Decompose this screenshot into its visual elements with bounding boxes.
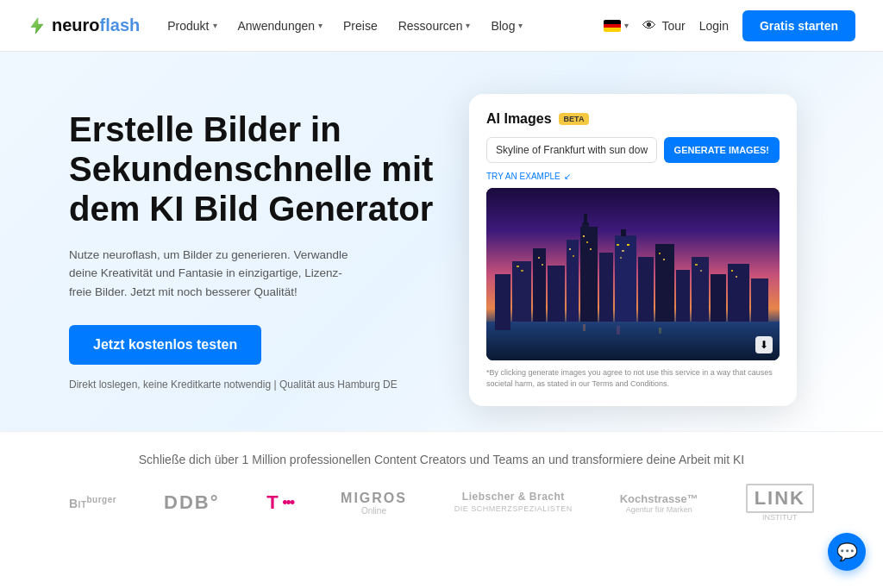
ai-images-card: AI Images BETA GENERATE IMAGES! TRY AN E… <box>469 94 797 406</box>
hero-note: Direkt loslegen, keine Kreditkarte notwe… <box>69 378 452 391</box>
svg-rect-20 <box>517 266 519 267</box>
link-logo: LINK INSTITUT <box>746 484 814 522</box>
svg-rect-36 <box>700 270 702 272</box>
card-header: AI Images BETA <box>486 111 780 127</box>
chat-bubble-button[interactable]: 💬 <box>828 533 866 571</box>
svg-rect-39 <box>583 324 586 331</box>
beta-badge: BETA <box>559 113 590 125</box>
nav-item-ressourcen[interactable]: Ressourcen ▾ <box>398 19 471 33</box>
svg-rect-24 <box>569 248 571 250</box>
svg-rect-25 <box>573 255 574 257</box>
svg-rect-29 <box>617 244 619 246</box>
svg-rect-26 <box>583 235 585 237</box>
generate-images-button[interactable]: GENERATE IMAGES! <box>664 137 780 163</box>
svg-rect-30 <box>622 250 624 252</box>
hero-section: Erstelle Bilder in Sekundenschnelle mit … <box>0 52 883 431</box>
svg-rect-31 <box>627 244 629 246</box>
card-title: AI Images <box>486 111 552 127</box>
city-skyline-image: ⬇ <box>486 188 780 360</box>
svg-rect-22 <box>538 257 540 259</box>
svg-rect-35 <box>695 264 698 266</box>
logo-icon <box>28 16 47 35</box>
kochstrasse-logo: Kochstrasse™ Agentur für Marken <box>620 492 698 514</box>
svg-rect-28 <box>590 248 592 250</box>
svg-rect-9 <box>584 214 587 224</box>
bitburger-logo: Bitburger <box>69 495 116 510</box>
eye-icon: 👁 <box>642 18 656 34</box>
svg-rect-11 <box>615 235 636 322</box>
svg-rect-34 <box>663 259 665 260</box>
chevron-down-icon: ▾ <box>466 21 470 30</box>
nav-links: Produkt ▾ Anwendungen ▾ Preise Ressource… <box>167 19 604 33</box>
svg-rect-10 <box>599 253 613 322</box>
hero-cta-button[interactable]: Jetzt kostenlos testen <box>69 325 261 365</box>
partners-title: Schließe dich über 1 Million professione… <box>69 453 814 466</box>
svg-rect-14 <box>655 244 674 322</box>
nav-item-produkt[interactable]: Produkt ▾ <box>167 19 216 33</box>
svg-rect-7 <box>580 227 598 322</box>
logo[interactable]: neuroflash <box>28 16 140 35</box>
svg-rect-32 <box>620 257 622 259</box>
ai-generated-image: ⬇ <box>486 188 780 360</box>
liebscher-logo: Liebscher & Bracht DIE SCHMERZSPEZIALIST… <box>454 491 573 514</box>
try-example-link[interactable]: TRY AN EXAMPLE ↙ <box>486 172 780 181</box>
nav-item-preise[interactable]: Preise <box>343 19 378 33</box>
telekom-logo: T ••• <box>266 491 293 514</box>
svg-rect-17 <box>711 274 726 322</box>
download-icon[interactable]: ⬇ <box>755 336 773 353</box>
arrow-icon: ↙ <box>564 172 571 181</box>
hero-right: AI Images BETA GENERATE IMAGES! TRY AN E… <box>452 94 814 406</box>
hero-title: Erstelle Bilder in Sekundenschnelle mit … <box>69 109 452 228</box>
partners-section: Schließe dich über 1 Million professione… <box>0 431 883 542</box>
svg-rect-1 <box>486 322 780 360</box>
svg-rect-33 <box>659 253 661 254</box>
hero-left: Erstelle Bilder in Sekundenschnelle mit … <box>69 109 452 391</box>
svg-rect-16 <box>692 257 709 322</box>
svg-rect-15 <box>676 270 690 322</box>
svg-rect-41 <box>659 328 661 334</box>
chat-icon: 💬 <box>836 541 858 562</box>
svg-rect-38 <box>736 276 737 278</box>
nav-item-anwendungen[interactable]: Anwendungen ▾ <box>238 19 323 33</box>
chevron-down-icon: ▾ <box>318 21 323 30</box>
nav-item-blog[interactable]: Blog ▾ <box>491 19 523 33</box>
svg-rect-12 <box>621 229 626 236</box>
chevron-down-icon: ▾ <box>624 21 629 30</box>
nav-right: ▾ 👁 Tour Login Gratis starten <box>604 10 855 41</box>
svg-rect-2 <box>495 274 510 330</box>
card-footer: *By clicking generate images you agree t… <box>486 367 780 389</box>
ddb-logo: DDB° <box>164 491 219 514</box>
chevron-down-icon: ▾ <box>213 21 217 30</box>
partner-logos: Bitburger DDB° T ••• MIGROS Online Liebs… <box>69 484 814 522</box>
svg-rect-18 <box>728 264 749 322</box>
svg-rect-40 <box>617 326 620 335</box>
migros-logo: MIGROS Online <box>341 491 407 516</box>
svg-rect-6 <box>567 240 579 322</box>
language-selector[interactable]: ▾ <box>604 20 629 32</box>
svg-rect-23 <box>542 264 543 266</box>
svg-rect-5 <box>548 266 565 322</box>
hero-subtitle: Nutze neuroflash, um Bilder zu generiere… <box>69 246 362 302</box>
get-started-button[interactable]: Gratis starten <box>742 10 855 41</box>
svg-rect-27 <box>586 241 588 243</box>
ai-input-row: GENERATE IMAGES! <box>486 137 780 163</box>
logo-text: neuroflash <box>52 16 140 35</box>
login-link[interactable]: Login <box>699 19 729 33</box>
svg-rect-37 <box>731 270 733 272</box>
svg-rect-13 <box>638 257 654 322</box>
navbar: neuroflash Produkt ▾ Anwendungen ▾ Preis… <box>0 0 883 52</box>
svg-rect-4 <box>533 248 546 322</box>
chevron-down-icon: ▾ <box>518 21 523 30</box>
city-svg <box>486 188 780 360</box>
tour-link[interactable]: 👁 Tour <box>642 18 685 34</box>
svg-rect-19 <box>751 278 768 322</box>
german-flag <box>604 20 621 32</box>
svg-rect-21 <box>521 270 523 272</box>
ai-prompt-input[interactable] <box>486 137 657 163</box>
